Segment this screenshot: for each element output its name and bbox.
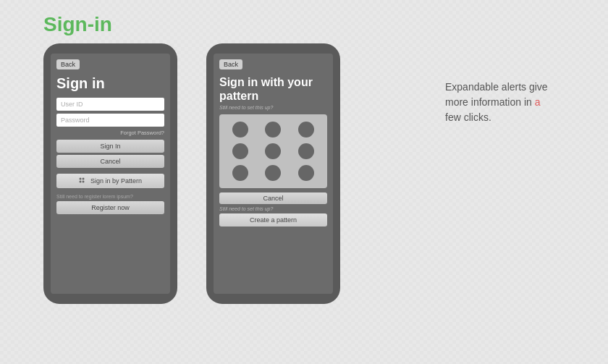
phone1-register-button[interactable]: Register now: [56, 201, 164, 214]
phone1-sign-in-button[interactable]: Sign In: [56, 140, 164, 153]
phone1-register-label: Still need to register lorem ipsum?: [56, 194, 164, 199]
pattern-dot-5[interactable]: [265, 143, 281, 159]
phone1-title: Sign in: [56, 75, 164, 92]
pattern-dot-6[interactable]: [298, 143, 314, 159]
svg-point-1: [82, 178, 84, 180]
side-text-line1: Expandable alerts give: [445, 81, 548, 93]
phone2-create-pattern-button[interactable]: Create a pattern: [219, 213, 327, 227]
phone2-back-button[interactable]: Back: [219, 59, 242, 69]
phone2-still-need-label: Still need to set this up?: [219, 105, 327, 110]
phone1-pattern-label: Sign in by Pattern: [90, 177, 142, 185]
pattern-dot-9[interactable]: [298, 165, 314, 181]
phone1-password-input[interactable]: Password: [56, 114, 164, 127]
svg-point-3: [82, 181, 84, 183]
phone2-pattern-grid[interactable]: [219, 114, 327, 188]
phone2-title: Sign in with your pattern: [219, 75, 327, 103]
phone-1-screen: Back Sign in User ID Password Forgot Pas…: [51, 54, 170, 294]
side-description: Expandable alerts give more information …: [445, 80, 568, 125]
phone-2: Back Sign in with your pattern Still nee…: [206, 43, 340, 304]
phones-container: Back Sign in User ID Password Forgot Pas…: [43, 43, 340, 304]
svg-point-2: [79, 181, 81, 183]
phone2-set-this-up-label: Still need to set this up?: [219, 206, 327, 211]
pattern-icon: [79, 177, 88, 185]
pattern-dot-3[interactable]: [298, 122, 314, 137]
pattern-dot-2[interactable]: [265, 122, 281, 137]
phone1-userid-input[interactable]: User ID: [56, 98, 164, 111]
phone2-cancel-button[interactable]: Cancel: [219, 192, 327, 204]
pattern-dot-8[interactable]: [265, 165, 281, 181]
pattern-dot-4[interactable]: [232, 143, 248, 159]
phone1-forgot-password-link[interactable]: Forgot Password?: [56, 130, 164, 136]
phone-2-screen: Back Sign in with your pattern Still nee…: [214, 54, 333, 294]
phone1-cancel-button[interactable]: Cancel: [56, 155, 164, 168]
phone-1: Back Sign in User ID Password Forgot Pas…: [43, 43, 177, 304]
side-text-highlight: a: [535, 96, 541, 108]
side-text-line3: few clicks.: [445, 111, 491, 123]
phone1-pattern-button[interactable]: Sign in by Pattern: [56, 174, 164, 188]
pattern-dot-1[interactable]: [232, 122, 248, 137]
page-title: Sign-in: [43, 13, 112, 36]
pattern-dot-7[interactable]: [232, 165, 248, 181]
phone1-back-button[interactable]: Back: [56, 59, 80, 69]
side-text-line2: more information in: [445, 96, 532, 108]
svg-point-0: [79, 178, 81, 180]
